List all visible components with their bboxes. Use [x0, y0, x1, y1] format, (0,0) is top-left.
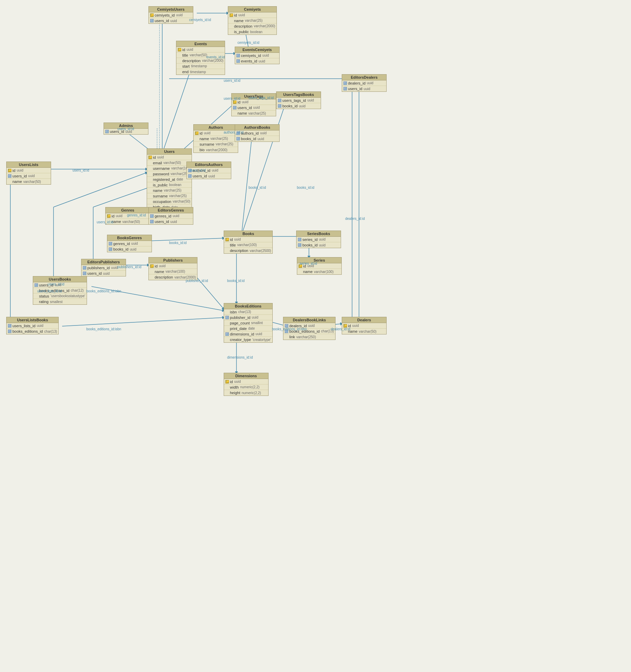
field-type: uuid [176, 13, 183, 17]
field-type: varchar(2500) [250, 249, 271, 253]
fk-icon: 🔗 [278, 104, 281, 108]
table-row: emailvarchar(50) [147, 160, 192, 166]
table-row: linkvarchar(250) [283, 334, 335, 340]
table-editorsgenres[interactable]: EditorsGenres🔗genres_iduuid🔗users_iduuid [148, 207, 193, 225]
table-dimensions[interactable]: Dimensions🔑iduuidwidthnumeric(2,2)height… [224, 373, 269, 396]
table-bookseditions[interactable]: BooksEditionsisbnchar(13)🔗publisher_iduu… [224, 303, 273, 343]
svg-line-28 [335, 324, 342, 324]
table-row: usernamevarchar(16) [147, 166, 192, 171]
field-name: genres_id [113, 242, 130, 246]
connection-label: dimensions_id:id [227, 356, 253, 359]
field-type: varchar(50) [23, 180, 41, 184]
field-type: smallest [50, 300, 63, 304]
connection-label: users_id:id [97, 220, 113, 224]
field-type: uuid [17, 168, 23, 172]
field-type: varchar(25) [169, 194, 187, 198]
table-editorsdealers[interactable]: EditorsDealers🔗dealers_iduuid🔗users_iduu… [342, 74, 387, 92]
field-name: rating [39, 300, 49, 304]
field-type: uuid [352, 324, 359, 328]
connection-label: users_tags_id:id [249, 96, 274, 100]
fk-icon: 🔗 [109, 247, 112, 251]
table-row: heightnumeric(2,2) [224, 390, 268, 396]
field-type: char(12) [71, 289, 84, 292]
fk-icon: 🔗 [35, 283, 38, 287]
field-name: users_id [193, 174, 207, 178]
table-row: titlevarchar(100) [224, 242, 272, 248]
fk-icon: 🔗 [225, 316, 229, 319]
field-type: uuid [171, 19, 177, 23]
svg-line-33 [54, 173, 147, 207]
table-row: descriptionvarchar(2000) [228, 23, 276, 29]
field-type: uuid [111, 266, 118, 270]
field-name: start [182, 64, 190, 68]
table-userslistsbooks[interactable]: UsersListsBooks🔗users_lists_iduuid🔗books… [6, 317, 59, 334]
field-type: varchar(50) [173, 199, 190, 203]
table-eventscemiyets[interactable]: EventsCemiyets🔗cemiyets_iduuid🔗events_id… [235, 47, 280, 64]
table-row: 🔗series_iduuid [297, 237, 341, 242]
fk-icon: 🔗 [8, 174, 11, 178]
table-row: is_publicboolean [228, 29, 276, 35]
field-type: varchar(2000) [174, 275, 196, 279]
table-row: 🔑cemiyets_iduuid [149, 12, 193, 18]
table-row: registered_atdate [147, 177, 192, 182]
field-name: registered_at [153, 177, 175, 182]
table-booksgenres[interactable]: BooksGenres🔗genres_iduuid🔗books_iduuid [107, 235, 152, 252]
field-type: boolean [169, 183, 182, 187]
table-row: 🔑iduuid [147, 155, 192, 160]
field-name: occupation [153, 199, 171, 204]
field-type: varchar(2000) [254, 24, 275, 28]
field-name: genres_id [155, 214, 171, 218]
table-row: 🔗users_iduuid [187, 173, 231, 179]
table-row: namevarchar(25) [232, 110, 276, 116]
field-name: books_id [282, 104, 298, 108]
field-name: users_id [237, 106, 252, 110]
field-type: uuid [187, 48, 193, 51]
fk-icon: 🔗 [298, 238, 301, 241]
field-type: timestamp [190, 70, 206, 74]
table-dealers[interactable]: Dealers🔑iduuidnamevarchar(50) [342, 317, 387, 334]
field-name: is_public [234, 30, 249, 34]
table-row: passwordvarchar(256) [147, 171, 192, 177]
field-name: books_id [241, 137, 256, 141]
field-name: books_id [302, 243, 318, 247]
field-type: uuid [234, 237, 241, 241]
table-header-users: Users [147, 149, 192, 155]
field-type: uuid [239, 13, 245, 17]
table-cemiyets[interactable]: Cemiyets🔑iduuidnamevarchar(25)descriptio… [228, 6, 277, 35]
table-row: namevarchar(25) [228, 18, 276, 23]
table-authors[interactable]: Authors🔑iduuidnamevarchar(25)surnamevarc… [193, 124, 238, 153]
field-name: page_count [230, 321, 250, 325]
table-header-books: Books [224, 231, 272, 237]
table-users[interactable]: Users🔑iduuidemailvarchar(50)usernamevarc… [147, 148, 192, 210]
field-name: status [39, 294, 49, 298]
table-header-cemiyetsusers: CemiyetsUsers [149, 7, 193, 12]
field-name: publishers_id [87, 266, 110, 270]
table-publishers[interactable]: Publishers🔑iduuidnamevarchar(100)descrip… [148, 257, 197, 280]
table-header-usersbooks: UsersBooks [33, 276, 87, 282]
field-name: id [155, 264, 158, 268]
pk-icon: 🔑 [8, 169, 11, 172]
field-type: varchar(100) [166, 270, 185, 273]
table-series[interactable]: Series🔑iduuidnamevarchar(100) [297, 257, 342, 275]
table-books[interactable]: Books🔑iduuidtitlevarchar(100)description… [224, 231, 273, 254]
table-header-editorsgenres: EditorsGenres [149, 207, 193, 213]
table-seriesbooks[interactable]: SeriesBooks🔗series_iduuid🔗books_iduuid [296, 231, 341, 248]
table-row: 🔗users_tags_iduuid [276, 98, 321, 103]
table-cemiyetsusers[interactable]: CemiyetsUsers🔑cemiyets_iduuid🔗users_iduu… [148, 6, 193, 24]
erd-canvas: CemiyetsUsers🔑cemiyets_iduuid🔗users_iduu… [0, 0, 631, 672]
field-name: surname [153, 194, 168, 198]
table-userslists[interactable]: UsersLists🔑iduuid🔗users_iduuidnamevarcha… [6, 162, 51, 185]
field-name: books_id [113, 247, 128, 251]
field-type: varchar(100) [314, 270, 334, 274]
table-row: 🔗users_iduuid [232, 105, 276, 110]
field-type: uuid [252, 315, 258, 319]
connection-label: genres_id:id [127, 213, 146, 217]
field-name: id [12, 168, 16, 173]
connection-label: users_id:id [48, 282, 64, 286]
field-name: isbn [230, 310, 237, 314]
field-type: varchar(50) [359, 330, 377, 333]
table-row: namevarchar(25) [147, 188, 192, 193]
fk-icon: 🔗 [150, 220, 154, 223]
pk-icon: 🔑 [178, 48, 181, 51]
table-userstagsbooks[interactable]: UsersTagsBooks🔗users_tags_iduuid🔗books_i… [276, 91, 321, 109]
